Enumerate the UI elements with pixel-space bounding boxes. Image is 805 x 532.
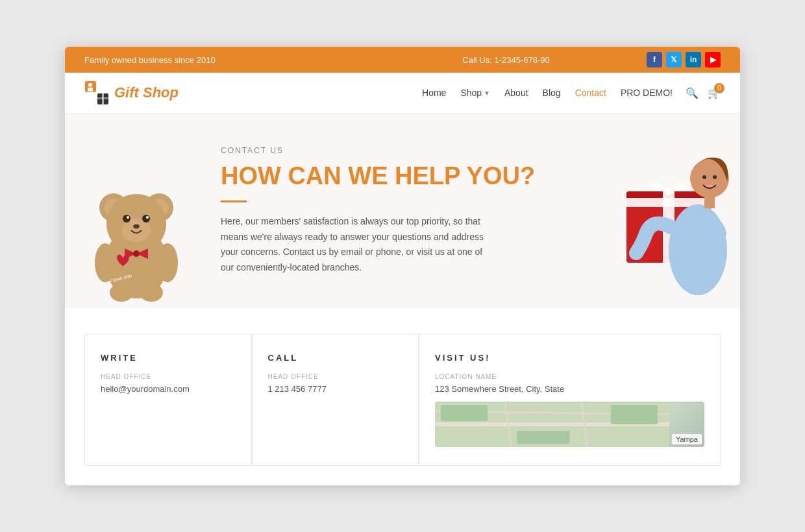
map-placeholder: Yampa bbox=[435, 402, 704, 447]
svg-point-29 bbox=[669, 204, 727, 295]
svg-point-16 bbox=[146, 216, 149, 219]
visit-title: VISIT US! bbox=[435, 353, 704, 363]
gift-lady-image bbox=[610, 120, 740, 302]
teddy-bear-image: I love you bbox=[65, 120, 208, 302]
hero-divider bbox=[221, 200, 247, 202]
svg-point-31 bbox=[702, 175, 706, 179]
svg-point-19 bbox=[95, 243, 116, 282]
shop-caret: ▼ bbox=[484, 90, 490, 97]
nav-blog[interactable]: Blog bbox=[543, 88, 561, 98]
svg-point-17 bbox=[133, 224, 140, 229]
logo-svg bbox=[84, 80, 109, 105]
svg-point-32 bbox=[713, 175, 717, 179]
header: Gift Shop Home Shop ▼ About Blog Contact… bbox=[65, 73, 740, 114]
svg-rect-40 bbox=[611, 405, 658, 424]
contact-us-label: CONTACT US bbox=[221, 146, 591, 155]
logo-icon bbox=[84, 80, 109, 105]
search-button[interactable]: 🔍 bbox=[686, 87, 699, 99]
call-phone: 1 213 456 7777 bbox=[268, 384, 403, 394]
youtube-icon[interactable]: ▶ bbox=[705, 52, 721, 67]
svg-point-14 bbox=[142, 215, 150, 223]
logo-shop: Shop bbox=[139, 84, 179, 101]
top-bar-tagline: Family owned business since 2010 bbox=[84, 55, 365, 65]
svg-point-20 bbox=[157, 243, 178, 282]
call-title: CALL bbox=[268, 353, 403, 363]
svg-point-28 bbox=[665, 187, 673, 195]
nav-shop[interactable]: Shop ▼ bbox=[460, 88, 490, 98]
svg-rect-2 bbox=[88, 88, 93, 91]
main-nav: Home Shop ▼ About Blog Contact PRO DEMO! bbox=[422, 88, 673, 98]
nav-home[interactable]: Home bbox=[422, 88, 446, 98]
call-card: CALL HEAD OFFICE 1 213 456 7777 bbox=[252, 334, 419, 466]
svg-point-21 bbox=[110, 284, 133, 302]
facebook-icon[interactable]: f bbox=[647, 52, 662, 67]
svg-rect-5 bbox=[97, 97, 108, 99]
top-bar-phone: Call Us: 1-2345-678-90 bbox=[365, 55, 647, 65]
nav-contact[interactable]: Contact bbox=[575, 88, 606, 98]
svg-point-13 bbox=[123, 215, 130, 223]
teddy-bear-svg: I love you bbox=[84, 172, 188, 302]
logo-text: Gift Shop bbox=[114, 84, 179, 101]
svg-point-22 bbox=[140, 284, 163, 302]
nav-pro-demo[interactable]: PRO DEMO! bbox=[621, 88, 673, 98]
svg-point-15 bbox=[127, 216, 129, 219]
svg-point-1 bbox=[88, 83, 92, 87]
svg-rect-39 bbox=[441, 405, 488, 421]
write-card: WRITE HEAD OFFICE hello@yourdomain.com bbox=[84, 334, 252, 466]
gift-lady-svg bbox=[613, 127, 737, 302]
nav-about[interactable]: About bbox=[504, 88, 528, 98]
contact-cards: WRITE HEAD OFFICE hello@yourdomain.com C… bbox=[84, 334, 721, 466]
map-svg bbox=[435, 402, 669, 447]
write-head-office-label: HEAD OFFICE bbox=[101, 373, 236, 380]
cart-button[interactable]: 🛒 0 bbox=[708, 87, 721, 99]
browser-window: Family owned business since 2010 Call Us… bbox=[65, 47, 740, 485]
svg-rect-41 bbox=[517, 431, 569, 444]
tagline-text: Family owned business since 2010 bbox=[84, 55, 216, 65]
cart-badge: 0 bbox=[714, 83, 724, 93]
visit-card: VISIT US! LOCATION NAME 123 Somewhere St… bbox=[419, 334, 721, 466]
write-title: WRITE bbox=[101, 353, 236, 363]
twitter-icon[interactable]: 𝕏 bbox=[666, 52, 682, 67]
svg-point-18 bbox=[133, 250, 140, 257]
write-email: hello@yourdomain.com bbox=[101, 384, 236, 394]
svg-rect-33 bbox=[704, 197, 715, 208]
logo[interactable]: Gift Shop bbox=[84, 80, 179, 105]
social-icons: f 𝕏 in ▶ bbox=[647, 52, 721, 67]
location-label: LOCATION NAME bbox=[435, 373, 704, 380]
hero-section: I love you CONTACT US HOW CAN WE HELP YO… bbox=[65, 114, 740, 308]
call-head-office-label: HEAD OFFICE bbox=[268, 373, 403, 380]
phone-text: Call Us: 1-2345-678-90 bbox=[462, 55, 549, 65]
header-icons: 🔍 🛒 0 bbox=[686, 87, 721, 99]
hero-description: Here, our members' satisfaction is alway… bbox=[221, 214, 493, 276]
logo-gift: Gift bbox=[114, 84, 139, 101]
lower-section: WRITE HEAD OFFICE hello@yourdomain.com C… bbox=[65, 308, 740, 485]
hero-title: HOW CAN WE HELP YOU? bbox=[221, 162, 591, 191]
hero-content: CONTACT US HOW CAN WE HELP YOU? Here, ou… bbox=[208, 120, 610, 302]
top-bar: Family owned business since 2010 Call Us… bbox=[65, 47, 740, 73]
location-address: 123 Somewhere Street, City, State bbox=[435, 384, 704, 394]
map-label: Yampa bbox=[672, 434, 702, 444]
linkedin-icon[interactable]: in bbox=[686, 52, 701, 67]
